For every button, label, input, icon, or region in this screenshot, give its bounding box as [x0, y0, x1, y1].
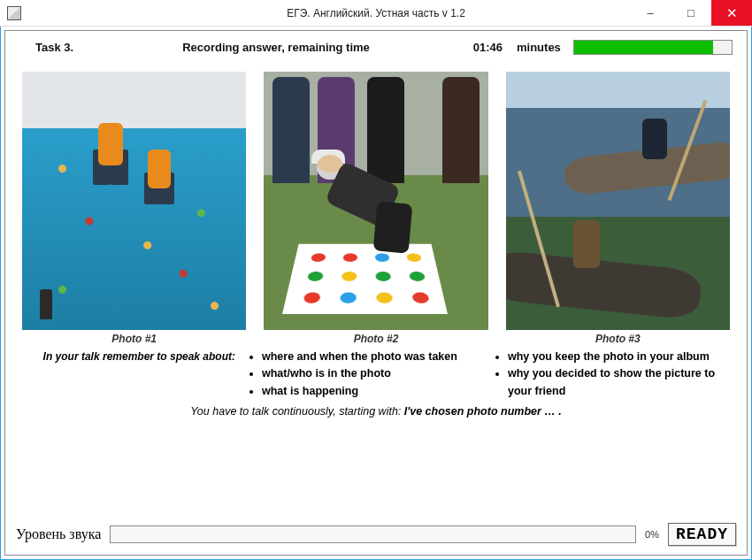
photo-1-caption: Photo #1	[21, 333, 247, 345]
maximize-button[interactable]: □	[671, 0, 711, 26]
photos-row	[12, 65, 740, 331]
minimize-button[interactable]: –	[630, 0, 671, 26]
time-progress-fill	[574, 41, 713, 54]
photo-3-caption: Photo #3	[505, 333, 731, 345]
status-text: Recording answer, remaining time	[106, 41, 446, 54]
instructions-lead: In your talk remember to speak about:	[25, 349, 235, 400]
title-bar: ЕГЭ. Английский. Устная часть v 1.2 – □ …	[0, 0, 752, 27]
photo-2-caption: Photo #2	[263, 333, 488, 345]
time-unit: minutes	[510, 41, 566, 54]
instructions-block: In your talk remember to speak about: wh…	[12, 345, 740, 402]
task-content: Photo #1 Photo #2 Photo #3 In your talk …	[12, 65, 740, 521]
bullet-why-show: why you decided to show the picture to y…	[508, 365, 727, 400]
window-controls: – □ ✕	[630, 0, 752, 26]
bullet-why-keep: why you keep the photo in your album	[508, 349, 727, 365]
bullet-what-who: what/who is in the photo	[262, 365, 481, 382]
time-progress-bar	[573, 40, 733, 55]
app-icon	[7, 6, 21, 20]
starter-line: You have to talk continuously, starting …	[12, 402, 740, 426]
bullet-happening: what is happening	[262, 383, 481, 400]
bullet-where-when: where and when the photo was taken	[262, 349, 481, 365]
instructions-col1: where and when the photo was taken what/…	[248, 349, 481, 400]
instructions-col2: why you keep the photo in your album why…	[494, 349, 727, 400]
photo-2	[263, 71, 488, 331]
starter-prefix: You have to talk continuously, starting …	[190, 405, 404, 418]
photo-captions: Photo #1 Photo #2 Photo #3	[12, 331, 740, 345]
ready-button[interactable]: READY	[668, 523, 736, 546]
content-frame: Task 3. Recording answer, remaining time…	[4, 30, 748, 556]
starter-phrase: I've chosen photo number … .	[404, 405, 562, 418]
photo-1	[21, 71, 247, 331]
sound-level-meter	[110, 525, 636, 543]
close-button[interactable]: ✕	[711, 0, 752, 26]
sound-level-percent: 0%	[645, 529, 659, 540]
status-row: Task 3. Recording answer, remaining time…	[12, 36, 740, 65]
sound-level-label: Уровень звука	[16, 526, 101, 542]
task-label: Task 3.	[19, 41, 99, 54]
window-body: Task 3. Recording answer, remaining time…	[0, 27, 752, 560]
photo-3	[505, 71, 731, 331]
footer-row: Уровень звука 0% READY	[12, 521, 740, 548]
time-remaining: 01:46	[453, 41, 503, 54]
